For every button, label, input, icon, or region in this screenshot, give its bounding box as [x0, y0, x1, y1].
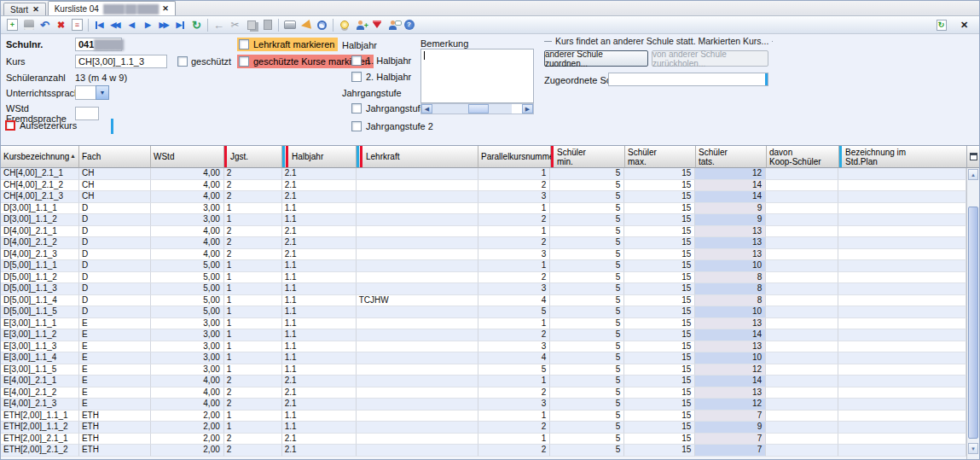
- nav-fast-next-button[interactable]: ▶▶: [156, 17, 172, 32]
- column-header-min[interactable]: Schülermin.: [551, 146, 625, 168]
- vscroll-thumb[interactable]: [968, 207, 978, 439]
- table-row[interactable]: E[4,00]_2.1_3E4,0022.1351512: [1, 399, 966, 411]
- bulb-button[interactable]: [336, 17, 352, 32]
- table-row[interactable]: CH[4,00]_2.1_1CH4,0022.1151512: [1, 168, 966, 180]
- halbjahr2-checkbox[interactable]: [351, 72, 362, 82]
- unterrichtssprache-select[interactable]: ▼: [75, 85, 109, 100]
- announce-button[interactable]: [298, 17, 314, 32]
- scroll-left-icon[interactable]: ◀: [421, 104, 432, 114]
- lehrkraft-markieren-checkbox[interactable]: [239, 39, 249, 49]
- jahrgangstufe1-checkbox[interactable]: [351, 103, 362, 114]
- assigned-school-field[interactable]: [608, 73, 768, 86]
- cell-jgst: 2: [224, 249, 282, 261]
- table-row[interactable]: E[3,00]_1.1_5E3,0011.1551512: [1, 364, 966, 376]
- tab-start[interactable]: Start ✕: [3, 3, 46, 15]
- table-row[interactable]: E[4,00]_2.1_2E4,0022.1251513: [1, 387, 966, 399]
- table-row[interactable]: D[3,00]_1.1_2D3,0011.125159: [1, 214, 966, 226]
- table-row[interactable]: E[3,00]_1.1_4E3,0011.1451510: [1, 352, 966, 364]
- save-button[interactable]: [20, 17, 37, 32]
- edit-record-button[interactable]: ≡: [69, 17, 85, 32]
- table-row[interactable]: E[3,00]_1.1_2E3,0011.1251514: [1, 329, 966, 341]
- tab-kursliste[interactable]: Kursliste 04 ████ ██ ████ ✕: [48, 1, 176, 15]
- scroll-thumb[interactable]: [468, 104, 489, 114]
- return-from-school-label: von anderer Schule zurückholen...: [652, 49, 768, 68]
- sync-button[interactable]: ↻: [933, 17, 949, 32]
- table-row[interactable]: D[5,00]_1.1_5D5,0011.1551510: [1, 306, 966, 318]
- column-header-max[interactable]: Schülermax.: [625, 146, 696, 168]
- table-row[interactable]: E[3,00]_1.1_1E3,0011.1151513: [1, 318, 966, 330]
- column-header-halbjahr[interactable]: Halbjahr: [282, 146, 357, 168]
- column-header-lehrkraft[interactable]: Lehrkraft: [357, 146, 478, 168]
- jahrgangstufe2-checkbox[interactable]: [351, 121, 362, 131]
- bemerkung-textarea[interactable]: [420, 49, 534, 103]
- nav-first-button[interactable]: ◀: [91, 17, 107, 32]
- cut-button[interactable]: ✂: [227, 17, 243, 32]
- scroll-up-icon[interactable]: ▲: [968, 169, 978, 180]
- table-row[interactable]: E[4,00]_2.1_1E4,0022.1151514: [1, 376, 966, 387]
- table-row[interactable]: ETH[2,00]_1.1_1ETH2,0011.115157: [1, 411, 966, 422]
- table-row[interactable]: D[5,00]_1.1_2D5,0011.125158: [1, 272, 966, 284]
- add-record-button[interactable]: +: [4, 17, 20, 32]
- other-school-legend-text: Kurs findet an anderer Schule statt. Mar…: [555, 36, 768, 46]
- table-row[interactable]: CH[4,00]_2.1_3CH4,0022.1351514: [1, 191, 966, 203]
- column-header-kurs[interactable]: Kursbezeichnung▲: [1, 146, 79, 168]
- table-row[interactable]: ETH[2,00]_2.1_2ETH2,0022.125157: [1, 445, 966, 457]
- geschuetzte-kurse-checkbox[interactable]: [239, 56, 249, 67]
- table-row[interactable]: E[3,00]_1.1_3E3,0011.1351513: [1, 341, 966, 353]
- refresh-button[interactable]: ↻: [188, 17, 205, 32]
- column-header-wstd[interactable]: WStd: [151, 146, 224, 168]
- clock-button[interactable]: [314, 17, 330, 32]
- tab-close-icon[interactable]: ✕: [32, 5, 39, 14]
- nav-fast-prev-button[interactable]: ◀◀: [107, 17, 124, 32]
- filter-button[interactable]: [368, 17, 385, 32]
- table-row[interactable]: ETH[2,00]_1.1_2ETH2,0011.125159: [1, 422, 966, 434]
- table-row[interactable]: D[3,00]_1.1_1D3,0011.115159: [1, 203, 966, 215]
- add-record-icon: +: [7, 19, 18, 31]
- assign-other-school-button[interactable]: anderer Schule zuordnen...: [544, 50, 648, 67]
- return-from-school-button[interactable]: von anderer Schule zurückholen...: [652, 50, 768, 67]
- column-header-jgst[interactable]: Jgst.: [224, 146, 282, 168]
- geschuetzt-checkbox[interactable]: [177, 56, 188, 67]
- copy-button[interactable]: [243, 17, 259, 32]
- column-chooser-button[interactable]: [966, 146, 979, 168]
- column-header-tats[interactable]: Schülertats.: [696, 146, 767, 168]
- schulnr-field[interactable]: 041█████: [75, 38, 122, 51]
- scroll-right-icon[interactable]: ▶: [522, 104, 533, 114]
- add-person-button[interactable]: [352, 17, 368, 32]
- chevron-down-icon[interactable]: ▼: [96, 85, 109, 100]
- print-button[interactable]: [281, 17, 298, 32]
- scroll-track[interactable]: [432, 104, 512, 114]
- table-row[interactable]: D[5,00]_1.1_1D5,0011.1151510: [1, 260, 966, 272]
- scroll-down-icon[interactable]: ▼: [968, 443, 978, 454]
- table-row[interactable]: D[4,00]_2.1_2D4,0022.1251513: [1, 237, 966, 249]
- bemerkung-hscrollbar[interactable]: ◀ ▶: [420, 103, 534, 114]
- nav-last-button[interactable]: ▶: [172, 17, 188, 32]
- column-header-fach[interactable]: Fach: [79, 146, 151, 168]
- column-header-plan[interactable]: Bezeichnung imStd.Plan: [839, 146, 967, 168]
- table-row[interactable]: D[4,00]_2.1_3D4,0022.1351513: [1, 249, 966, 261]
- tab-close-icon[interactable]: ✕: [162, 4, 169, 13]
- aufsetzerkurs-checkbox[interactable]: [5, 120, 15, 131]
- kurs-field[interactable]: CH[3,00]_1.1_3: [75, 55, 167, 68]
- table-vscrollbar[interactable]: ▲ ▼: [966, 168, 979, 459]
- nav-next-button[interactable]: ▶: [140, 17, 156, 32]
- table-row[interactable]: CH[4,00]_2.1_2CH4,0022.1251514: [1, 180, 966, 192]
- table-row[interactable]: D[5,00]_1.1_3D5,0011.135158: [1, 283, 966, 295]
- table-row[interactable]: ETH[2,00]_2.1_1ETH2,0022.115157: [1, 434, 966, 445]
- cell-min: 5: [550, 399, 624, 411]
- wstd-fremdsprache-field[interactable]: [75, 107, 99, 120]
- cell-halbjahr: 2.1: [282, 168, 357, 180]
- paste-button[interactable]: [259, 17, 275, 32]
- help-button[interactable]: ?: [401, 17, 417, 32]
- table-row[interactable]: D[5,00]_1.1_4D5,0011.1TCJHW45158: [1, 295, 966, 307]
- close-button[interactable]: ✕: [956, 17, 972, 32]
- column-header-parallel[interactable]: Parallelkursnummer: [478, 146, 551, 168]
- table-row[interactable]: D[4,00]_2.1_1D4,0022.1151513: [1, 226, 966, 238]
- back-arrow-button[interactable]: ←: [211, 17, 227, 32]
- halbjahr1-checkbox[interactable]: [351, 55, 362, 66]
- nav-prev-button[interactable]: ◀: [124, 17, 140, 32]
- delete-button[interactable]: ✖: [53, 17, 69, 32]
- person-chat-button[interactable]: [385, 17, 401, 32]
- column-header-koop[interactable]: davonKoop-Schüler: [767, 146, 839, 168]
- undo-button[interactable]: ↶: [37, 17, 53, 32]
